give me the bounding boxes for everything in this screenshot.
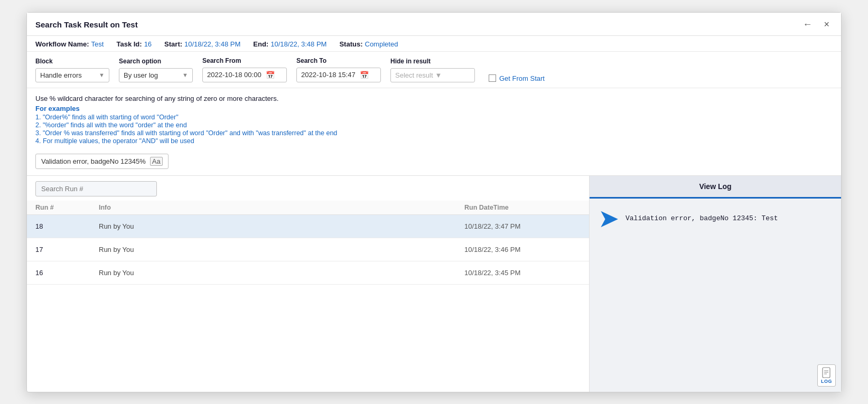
run-search-row bbox=[27, 176, 589, 201]
hide-result-label: Hide in result bbox=[390, 58, 475, 65]
td-info: Run by You bbox=[99, 269, 464, 277]
th-datetime: Run DateTime bbox=[464, 204, 581, 211]
table-row[interactable]: 18 Run by You 10/18/22, 3:47 PM bbox=[27, 215, 589, 238]
task-id-label: Task Id: bbox=[116, 40, 142, 48]
help-list: 1. "Order%" finds all with starting of w… bbox=[35, 114, 833, 145]
hide-result-select[interactable]: Select result ▼ bbox=[390, 68, 475, 82]
end-label: End: bbox=[253, 40, 268, 48]
help-list-item: 1. "Order%" finds all with starting of w… bbox=[35, 114, 833, 121]
td-datetime: 10/18/22, 3:46 PM bbox=[464, 246, 581, 253]
search-from-calendar-icon[interactable]: 📅 bbox=[266, 71, 275, 79]
get-from-start-checkbox[interactable] bbox=[489, 74, 496, 82]
block-label: Block bbox=[35, 58, 109, 65]
search-option-value: By user log bbox=[124, 71, 158, 79]
meta-row: Workflow Name: Test Task Id: 16 Start: 1… bbox=[27, 36, 841, 52]
titlebar-buttons: ← × bbox=[799, 18, 833, 31]
help-list-item: 2. "%order" finds all with the word "ord… bbox=[35, 121, 833, 129]
modal-title: Search Task Result on Test bbox=[35, 20, 138, 29]
filter-row: Block Handle errors ▼ Search option By u… bbox=[27, 52, 841, 88]
search-to-calendar-icon[interactable]: 📅 bbox=[360, 71, 369, 79]
search-option-chevron-icon: ▼ bbox=[182, 72, 188, 78]
hide-result-chevron-icon: ▼ bbox=[435, 71, 442, 79]
td-info: Run by You bbox=[99, 246, 464, 253]
td-run: 18 bbox=[35, 222, 99, 230]
status-value: Completed bbox=[365, 40, 398, 48]
search-option-select[interactable]: By user log ▼ bbox=[119, 68, 193, 82]
search-from-input[interactable]: 2022-10-18 00:00 📅 bbox=[202, 68, 287, 82]
right-panel: View Log ➤ Validation error, badgeNo 123… bbox=[590, 176, 841, 392]
close-button[interactable]: × bbox=[820, 18, 833, 31]
block-filter-group: Block Handle errors ▼ bbox=[35, 58, 109, 82]
help-examples-label: For examples bbox=[35, 105, 833, 112]
task-id-value: 16 bbox=[144, 40, 152, 48]
workflow-name-item: Workflow Name: Test bbox=[35, 40, 104, 48]
search-option-label: Search option bbox=[119, 58, 193, 65]
modal-titlebar: Search Task Result on Test ← × bbox=[27, 13, 841, 36]
search-from-value: 2022-10-18 00:00 bbox=[207, 71, 262, 79]
end-value: 10/18/22, 3:48 PM bbox=[270, 40, 326, 48]
search-tag: Validation error, badgeNo 12345% Aa bbox=[35, 154, 169, 169]
help-section: Use % wildcard character for searching o… bbox=[27, 88, 841, 148]
log-icon-label: LOG bbox=[821, 379, 832, 384]
td-datetime: 10/18/22, 3:47 PM bbox=[464, 222, 581, 230]
table-header: Run # Info Run DateTime bbox=[27, 201, 589, 215]
view-log-header: View Log bbox=[590, 176, 841, 199]
td-run: 17 bbox=[35, 246, 99, 253]
back-button[interactable]: ← bbox=[799, 18, 815, 31]
get-from-start-group: Get From Start bbox=[489, 74, 545, 82]
table-body: 18 Run by You 10/18/22, 3:47 PM 17 Run b… bbox=[27, 215, 589, 392]
search-from-label: Search From bbox=[202, 57, 287, 64]
block-select[interactable]: Handle errors ▼ bbox=[35, 68, 109, 82]
td-run: 16 bbox=[35, 269, 99, 277]
workflow-name-label: Workflow Name: bbox=[35, 40, 89, 48]
help-list-item: 4. For multiple values, the operator "AN… bbox=[35, 137, 833, 145]
search-to-label: Search To bbox=[296, 57, 381, 64]
td-datetime: 10/18/22, 3:45 PM bbox=[464, 269, 581, 277]
hide-result-placeholder: Select result bbox=[395, 71, 433, 79]
workflow-name-value: Test bbox=[91, 40, 104, 48]
case-sensitive-icon[interactable]: Aa bbox=[150, 157, 163, 166]
help-list-item: 3. "Order % was transferred" finds all w… bbox=[35, 129, 833, 137]
table-row[interactable]: 16 Run by You 10/18/22, 3:45 PM bbox=[27, 261, 589, 285]
modal-container: Search Task Result on Test ← × Workflow … bbox=[26, 12, 842, 392]
block-chevron-icon: ▼ bbox=[99, 72, 105, 78]
status-item: Status: Completed bbox=[339, 40, 398, 48]
search-tag-row: Validation error, badgeNo 12345% Aa bbox=[35, 154, 833, 169]
help-main-text: Use % wildcard character for searching o… bbox=[35, 95, 833, 102]
log-file-icon bbox=[822, 367, 832, 379]
start-item: Start: 10/18/22, 3:48 PM bbox=[164, 40, 240, 48]
log-text: Validation error, badgeNo 12345: Test bbox=[626, 214, 778, 222]
start-label: Start: bbox=[164, 40, 182, 48]
hide-result-filter-group: Hide in result Select result ▼ bbox=[390, 58, 475, 82]
block-select-value: Handle errors bbox=[40, 71, 82, 79]
th-run: Run # bbox=[35, 204, 99, 211]
status-label: Status: bbox=[339, 40, 362, 48]
start-value: 10/18/22, 3:48 PM bbox=[184, 40, 240, 48]
search-option-filter-group: Search option By user log ▼ bbox=[119, 58, 193, 82]
table-row[interactable]: 17 Run by You 10/18/22, 3:46 PM bbox=[27, 238, 589, 261]
arrow-row: ➤ Validation error, badgeNo 12345: Test bbox=[598, 206, 833, 231]
search-to-filter-group: Search To 2022-10-18 15:47 📅 bbox=[296, 57, 381, 82]
end-item: End: 10/18/22, 3:48 PM bbox=[253, 40, 326, 48]
run-search-input[interactable] bbox=[35, 181, 157, 196]
search-from-filter-group: Search From 2022-10-18 00:00 📅 bbox=[202, 57, 287, 82]
log-icon-button[interactable]: LOG bbox=[817, 364, 836, 387]
search-tag-value: Validation error, badgeNo 12345% bbox=[41, 157, 146, 165]
get-from-start-label: Get From Start bbox=[499, 74, 545, 82]
view-log-body: ➤ Validation error, badgeNo 12345: Test … bbox=[590, 199, 841, 392]
task-id-item: Task Id: 16 bbox=[116, 40, 152, 48]
search-to-input[interactable]: 2022-10-18 15:47 📅 bbox=[296, 68, 381, 82]
blue-arrow-icon: ➤ bbox=[598, 206, 619, 231]
search-to-value: 2022-10-18 15:47 bbox=[301, 71, 356, 79]
th-info: Info bbox=[99, 204, 464, 211]
td-info: Run by You bbox=[99, 222, 464, 230]
bottom-section: Run # Info Run DateTime 18 Run by You 10… bbox=[27, 175, 841, 392]
left-panel: Run # Info Run DateTime 18 Run by You 10… bbox=[27, 176, 590, 392]
